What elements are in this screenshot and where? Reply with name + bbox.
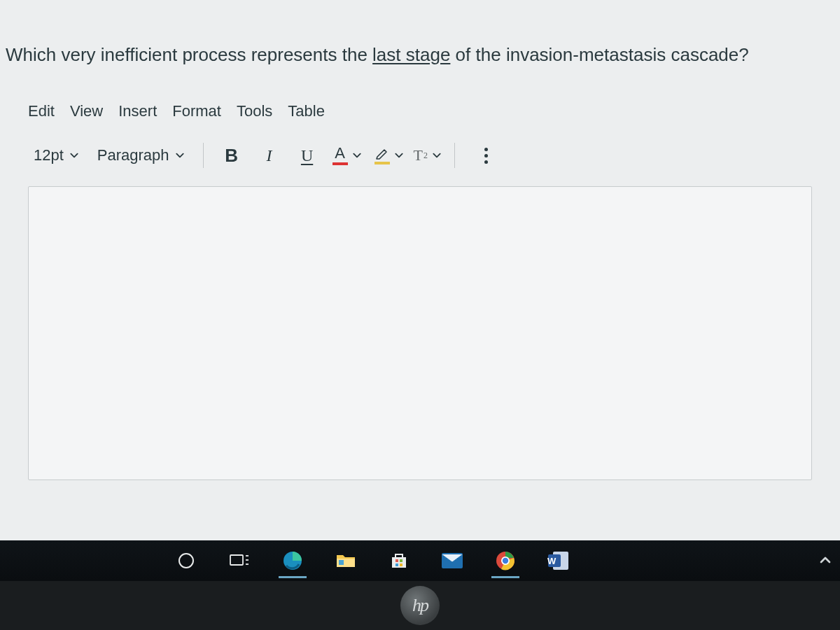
bold-button[interactable]: B: [216, 141, 247, 169]
svg-rect-6: [339, 560, 344, 565]
dot-icon: [484, 148, 488, 151]
dot-icon: [484, 154, 488, 158]
superscript-exp: 2: [424, 150, 428, 161]
word-badge-letter: W: [547, 556, 556, 566]
windows-taskbar: W: [0, 540, 840, 581]
text-color-button[interactable]: A: [330, 143, 365, 168]
laptop-bezel: hp: [0, 581, 840, 630]
text-color-swatch: [332, 162, 348, 165]
highlight-color-button[interactable]: [372, 144, 407, 167]
font-size-value: 12pt: [34, 146, 64, 164]
editor-toolbar: 12pt Paragraph B I U A: [21, 130, 819, 182]
tray-expand-chevron[interactable]: [819, 554, 832, 570]
menu-view[interactable]: View: [70, 102, 103, 120]
menu-table[interactable]: Table: [288, 102, 325, 120]
microsoft-store-icon[interactable]: [381, 545, 417, 577]
chevron-down-icon: [394, 150, 404, 160]
editor-menubar: Edit View Insert Format Tools Table: [21, 95, 819, 130]
toolbar-divider: [454, 143, 455, 168]
question-post: of the invasion-metastasis cascade?: [450, 44, 748, 65]
menu-tools[interactable]: Tools: [237, 102, 272, 120]
chevron-down-icon: [69, 150, 79, 160]
marker-icon: [374, 146, 390, 160]
question-pre: Which very inefficient process represent…: [6, 44, 372, 65]
svg-rect-9: [396, 564, 398, 566]
dot-icon: [484, 160, 488, 164]
svg-point-14: [503, 558, 508, 564]
more-options-button[interactable]: [477, 144, 495, 168]
italic-button[interactable]: I: [254, 141, 285, 169]
rich-text-editor: Edit View Insert Format Tools Table 12pt…: [0, 95, 840, 480]
chevron-down-icon: [432, 150, 442, 160]
hp-logo-text: hp: [412, 595, 428, 616]
svg-rect-10: [400, 564, 402, 566]
svg-rect-0: [230, 555, 243, 565]
chevron-down-icon: [352, 150, 362, 160]
font-size-dropdown[interactable]: 12pt: [28, 144, 85, 167]
edge-browser-icon[interactable]: [274, 545, 311, 577]
mail-icon[interactable]: [434, 545, 470, 577]
text-color-letter: A: [335, 146, 345, 161]
file-explorer-icon[interactable]: [328, 545, 364, 577]
question-text: Which very inefficient process represent…: [0, 42, 840, 95]
chevron-down-icon: [175, 150, 185, 160]
word-icon[interactable]: W: [540, 545, 577, 577]
chrome-icon[interactable]: [487, 545, 524, 577]
superscript-button[interactable]: T 2: [414, 146, 442, 164]
cortana-circle-icon[interactable]: [168, 545, 204, 577]
underline-button[interactable]: U: [292, 141, 323, 169]
editor-textarea[interactable]: [28, 186, 812, 480]
task-view-icon[interactable]: [221, 545, 258, 577]
superscript-base: T: [414, 146, 423, 164]
highlight-swatch: [374, 162, 390, 164]
block-format-dropdown[interactable]: Paragraph: [92, 144, 190, 167]
block-format-value: Paragraph: [97, 146, 169, 164]
menu-edit[interactable]: Edit: [28, 102, 55, 120]
menu-insert[interactable]: Insert: [118, 102, 157, 120]
hp-logo: hp: [400, 586, 440, 625]
svg-rect-7: [396, 559, 398, 562]
menu-format[interactable]: Format: [172, 102, 221, 120]
svg-rect-8: [400, 559, 402, 562]
question-underlined: last stage: [372, 44, 450, 65]
toolbar-divider: [203, 143, 204, 168]
